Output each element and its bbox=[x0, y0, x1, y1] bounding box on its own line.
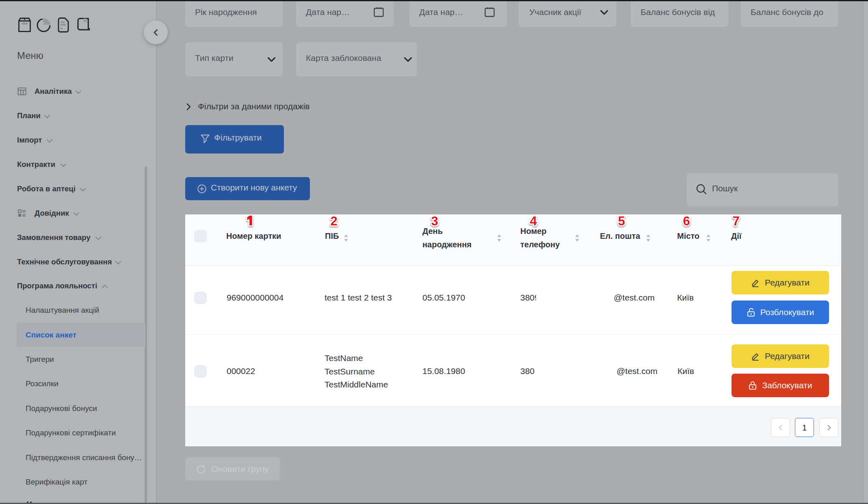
svg-text:7: 7 bbox=[732, 214, 739, 228]
svg-text:6: 6 bbox=[683, 214, 690, 228]
svg-text:3: 3 bbox=[431, 214, 438, 228]
svg-text:2: 2 bbox=[330, 214, 337, 228]
svg-text:4: 4 bbox=[530, 214, 537, 228]
svg-text:5: 5 bbox=[618, 214, 625, 228]
